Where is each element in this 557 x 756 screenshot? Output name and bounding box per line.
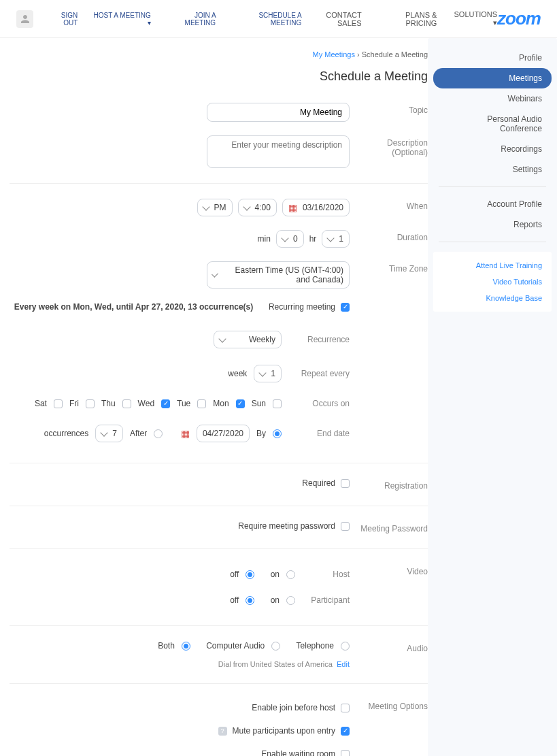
opt-waiting-room-checkbox[interactable]: [341, 750, 350, 757]
recurring-summary: Every week on Mon, Wed, until Apr 27, 20…: [14, 302, 253, 312]
participant-video-off-radio[interactable]: [246, 596, 254, 605]
repeat-unit: week: [228, 369, 247, 378]
when-time-select[interactable]: 4:00: [238, 199, 277, 216]
duration-min-select[interactable]: 0: [276, 230, 304, 248]
chevron-down-icon: [281, 234, 288, 242]
label-meeting-options: Meeting Options: [350, 699, 428, 711]
when-date-select[interactable]: 03/16/2020▦: [282, 199, 350, 216]
password-required-label: Require meeting password: [238, 521, 335, 531]
password-required-checkbox[interactable]: [341, 522, 350, 531]
end-after-radio[interactable]: [154, 429, 163, 438]
breadcrumb-current: Schedule a Meeting: [362, 50, 428, 59]
nav-solutions[interactable]: SOLUTIONS ▾: [449, 10, 497, 27]
topic-input[interactable]: [207, 103, 350, 122]
nav-join[interactable]: JOIN A MEETING: [163, 12, 216, 27]
label-occurs-on: Occurs on: [288, 399, 350, 408]
sidebar-item-webinars[interactable]: Webinars: [433, 88, 552, 109]
audio-telephone-radio[interactable]: [341, 642, 350, 651]
audio-computer-radio[interactable]: [271, 642, 280, 651]
end-after-count-select[interactable]: 7: [95, 425, 123, 442]
chevron-down-icon: [327, 234, 335, 242]
dial-from-text: Dial from United States of America: [218, 660, 333, 668]
sidebar-item-reports[interactable]: Reports: [433, 214, 552, 235]
sidebar-item-audio-conf[interactable]: Personal Audio Conference: [433, 109, 552, 139]
day-wed-checkbox[interactable]: [161, 399, 170, 408]
recurring-checkbox[interactable]: [341, 303, 350, 312]
day-tue-checkbox[interactable]: [197, 399, 206, 408]
nav-signout[interactable]: SIGN OUT: [46, 12, 78, 27]
label-timezone: Time Zone: [350, 261, 428, 274]
page-title: Schedule a Meeting: [10, 69, 428, 84]
hr-suffix: hr: [309, 234, 317, 244]
day-sat-checkbox[interactable]: [54, 399, 63, 408]
recurring-label: Recurring meeting: [269, 302, 335, 312]
sidebar-item-meetings[interactable]: Meetings: [433, 68, 552, 88]
calendar-icon[interactable]: ▦: [181, 429, 190, 438]
nav-host[interactable]: HOST A MEETING ▾: [90, 12, 151, 27]
label-host-video: Host: [302, 570, 350, 579]
chevron-down-icon: [202, 203, 209, 210]
timezone-select[interactable]: (GMT-4:00) Eastern Time (US and Canada): [207, 261, 350, 289]
label-password: Meeting Password: [350, 521, 428, 533]
breadcrumb-parent[interactable]: My Meetings: [313, 50, 355, 59]
participant-video-on-radio[interactable]: [286, 596, 295, 605]
sidebar-item-account[interactable]: Account Profile: [433, 194, 552, 214]
label-end-date: End date: [288, 429, 350, 438]
sidebar: Profile Meetings Webinars Personal Audio…: [428, 38, 557, 756]
chevron-down-icon: [243, 203, 250, 210]
description-input[interactable]: [207, 135, 350, 168]
chevron-down-icon: [212, 270, 218, 277]
day-fri-checkbox[interactable]: [86, 399, 95, 408]
recurrence-select[interactable]: Weekly: [214, 331, 282, 348]
chevron-down-icon: [101, 429, 108, 436]
help-box: Attend Live Training Video Tutorials Kno…: [433, 252, 552, 312]
label-video: Video: [350, 564, 428, 576]
label-registration: Registration: [350, 478, 428, 491]
zoom-logo: zoom: [497, 8, 541, 29]
label-when: When: [350, 199, 428, 211]
when-ampm-select[interactable]: PM: [197, 199, 233, 216]
label-audio: Audio: [350, 641, 428, 653]
end-by-radio[interactable]: [273, 429, 282, 438]
chevron-down-icon: [218, 335, 226, 342]
link-kb[interactable]: Knowledge Base: [433, 290, 552, 306]
end-date-select[interactable]: 04/27/2020: [197, 425, 250, 442]
host-video-off-radio[interactable]: [246, 570, 254, 579]
sidebar-item-settings[interactable]: Settings: [433, 159, 552, 180]
link-training[interactable]: Attend Live Training: [433, 257, 552, 274]
calendar-icon: ▦: [288, 203, 297, 212]
duration-hr-select[interactable]: 1: [322, 230, 350, 248]
opt-mute-entry-checkbox[interactable]: [341, 727, 350, 736]
avatar[interactable]: [16, 10, 33, 28]
day-sun-checkbox[interactable]: [273, 399, 282, 408]
nav-plans[interactable]: PLANS & PRICING: [373, 11, 437, 27]
label-recurrence: Recurrence: [288, 335, 350, 344]
separator: [439, 242, 546, 242]
label-topic: Topic: [350, 103, 428, 115]
dial-edit-link[interactable]: Edit: [337, 660, 350, 668]
sidebar-item-profile[interactable]: Profile: [433, 48, 552, 68]
label-repeat-every: Repeat every: [288, 369, 350, 378]
repeat-every-select[interactable]: 1: [254, 365, 282, 382]
header: zoom SOLUTIONS ▾ PLANS & PRICING CONTACT…: [0, 0, 557, 38]
sidebar-item-recordings[interactable]: Recordings: [433, 139, 552, 159]
label-participant-video: Participant: [302, 595, 350, 605]
registration-required-checkbox[interactable]: [341, 479, 350, 488]
link-tutorials[interactable]: Video Tutorials: [433, 274, 552, 290]
day-mon-checkbox[interactable]: [236, 399, 245, 408]
breadcrumb: My Meetings › Schedule a Meeting: [10, 48, 428, 61]
day-thu-checkbox[interactable]: [122, 399, 131, 408]
nav-right: SCHEDULE A MEETING JOIN A MEETING HOST A…: [16, 10, 301, 28]
label-duration: Duration: [350, 230, 428, 242]
nav-schedule[interactable]: SCHEDULE A MEETING: [228, 12, 301, 27]
separator: [439, 186, 546, 187]
audio-both-radio[interactable]: [182, 642, 190, 651]
main-content: My Meetings › Schedule a Meeting Schedul…: [0, 38, 428, 756]
nav-contact[interactable]: CONTACT SALES: [301, 11, 361, 27]
info-icon[interactable]: ?: [218, 727, 227, 736]
nav-top: SOLUTIONS ▾ PLANS & PRICING CONTACT SALE…: [301, 10, 497, 27]
registration-required-label: Required: [302, 478, 335, 488]
min-suffix: min: [258, 234, 271, 244]
opt-join-before-checkbox[interactable]: [341, 704, 350, 712]
host-video-on-radio[interactable]: [286, 570, 295, 579]
